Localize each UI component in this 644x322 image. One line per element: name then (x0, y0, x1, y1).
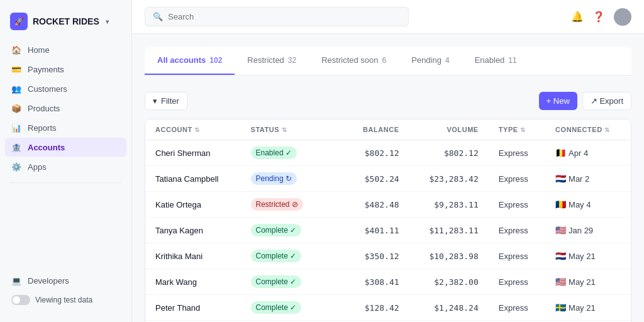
col-type[interactable]: TYPE ⇅ (489, 119, 545, 140)
cell-balance: $128.42 (345, 295, 409, 321)
sidebar-item-apps[interactable]: ⚙️ Apps (5, 157, 126, 176)
cell-account: Krithika Mani (145, 243, 241, 269)
new-button[interactable]: + New (539, 92, 577, 110)
brand-chevron-icon: ▾ (106, 18, 109, 25)
help-icon[interactable]: ❓ (592, 11, 605, 23)
cell-status: Complete ✓ (241, 269, 345, 295)
tab-restricted[interactable]: Restricted 32 (235, 47, 309, 75)
cell-status: Complete ✓ (241, 295, 345, 321)
cell-connected: 🇳🇱May 21 (545, 243, 631, 269)
table-row[interactable]: Cheri Sherman Enabled ✓ $802.12 $802.12 … (145, 140, 631, 166)
export-label: ↗ Export (591, 96, 623, 106)
table-row[interactable]: Peter Thand Complete ✓ $128.42 $1,248.24… (145, 295, 631, 321)
flag-icon: 🇧🇪 (555, 148, 566, 158)
col-volume: VOLUME (409, 119, 489, 140)
sidebar-item-label: Products (28, 104, 60, 113)
cell-connected: 🇳🇱Mar 2 (545, 166, 631, 192)
tab-count: 11 (508, 56, 516, 65)
sidebar-divider (10, 182, 121, 183)
app-container: 🚀 ROCKET RIDES ▾ 🏠 Home 💳 Payments 👥 Cus… (0, 0, 644, 322)
content-area: All accounts 102 Restricted 32 Restricte… (132, 34, 644, 322)
cell-connected: 🇷🇴May 4 (545, 192, 631, 218)
cell-balance: $401.11 (345, 218, 409, 243)
tab-label: All accounts (157, 55, 206, 65)
table-row[interactable]: Mark Wang Complete ✓ $308.41 $2,382.00 E… (145, 269, 631, 295)
search-input[interactable] (168, 12, 401, 21)
tab-label: Restricted soon (321, 55, 378, 65)
sidebar-item-home[interactable]: 🏠 Home (5, 40, 126, 59)
cell-status: Complete ✓ (241, 218, 345, 243)
cell-account: Mark Wang (145, 269, 241, 295)
table-body: Cheri Sherman Enabled ✓ $802.12 $802.12 … (145, 140, 631, 323)
sidebar-item-customers[interactable]: 👥 Customers (5, 79, 126, 98)
cell-volume: $802.12 (409, 140, 489, 166)
sidebar-item-payments[interactable]: 💳 Payments (5, 60, 126, 79)
col-connected[interactable]: CONNECTED ⇅ (545, 119, 631, 140)
table-row[interactable]: Tatiana Campbell Pending ↻ $502.24 $23,2… (145, 166, 631, 192)
sort-icon: ⇅ (282, 126, 287, 133)
cell-type: Express (489, 166, 545, 192)
sidebar: 🚀 ROCKET RIDES ▾ 🏠 Home 💳 Payments 👥 Cus… (0, 0, 132, 322)
sidebar-item-label: Developers (28, 276, 69, 286)
cell-connected: 🇺🇸May 21 (545, 269, 631, 295)
status-badge: Enabled ✓ (251, 147, 297, 159)
status-badge: Restricted ⊘ (251, 198, 303, 211)
table: ACCOUNT ⇅ STATUS ⇅ BALANCE V (145, 119, 631, 322)
filter-label: Filter (161, 96, 179, 106)
table-row[interactable]: Krithika Mani Complete ✓ $350.12 $10,283… (145, 243, 631, 269)
sidebar-item-reports[interactable]: 📊 Reports (5, 118, 126, 137)
cell-type: Express (489, 140, 545, 166)
cell-type: Express (489, 243, 545, 269)
export-button[interactable]: ↗ Export (582, 92, 631, 110)
cell-balance: $802.12 (345, 140, 409, 166)
tab-label: Pending (411, 55, 441, 65)
cell-type: Express (489, 295, 545, 321)
table-row[interactable]: Katie Ortega Restricted ⊘ $482.48 $9,283… (145, 192, 631, 218)
accounts-icon: 🏦 (11, 142, 21, 152)
toggle-switch[interactable] (11, 295, 30, 305)
col-account[interactable]: ACCOUNT ⇅ (145, 119, 241, 140)
brand[interactable]: 🚀 ROCKET RIDES ▾ (0, 8, 131, 40)
cell-account: Katie Ortega (145, 192, 241, 218)
cell-connected: 🇺🇸Jan 29 (545, 218, 631, 243)
col-balance: BALANCE (345, 119, 409, 140)
cell-volume: $9,283.11 (409, 192, 489, 218)
payments-icon: 💳 (11, 64, 21, 74)
tab-count: 102 (209, 56, 222, 65)
table-header: ACCOUNT ⇅ STATUS ⇅ BALANCE V (145, 119, 631, 140)
sidebar-item-label: Accounts (28, 143, 65, 152)
flag-icon: 🇷🇴 (555, 199, 566, 209)
cell-status: Enabled ✓ (241, 140, 345, 166)
new-label: + New (547, 96, 570, 106)
col-status[interactable]: STATUS ⇅ (241, 119, 345, 140)
notification-icon[interactable]: 🔔 (571, 11, 584, 23)
tab-pending[interactable]: Pending 4 (399, 47, 462, 75)
avatar[interactable] (614, 8, 631, 26)
tab-all-accounts[interactable]: All accounts 102 (145, 47, 235, 75)
topbar-actions: 🔔 ❓ (571, 8, 631, 26)
sidebar-item-accounts[interactable]: 🏦 Accounts (5, 138, 126, 157)
cell-status: Pending ↻ (241, 166, 345, 192)
apps-icon: ⚙️ (11, 162, 21, 172)
table-row[interactable]: Tanya Kagen Complete ✓ $401.11 $11,283.1… (145, 218, 631, 243)
cell-volume: $11,283.11 (409, 218, 489, 243)
cell-account: Cheri Sherman (145, 140, 241, 166)
sort-icon: ⇅ (194, 126, 200, 133)
flag-icon: 🇺🇸 (555, 225, 566, 235)
cell-volume: $1,248.24 (409, 295, 489, 321)
cell-balance: $350.12 (345, 243, 409, 269)
developers-icon: 💻 (11, 275, 21, 286)
reports-icon: 📊 (11, 123, 21, 133)
search-box[interactable]: 🔍 (145, 7, 409, 26)
tab-enabled[interactable]: Enabled 11 (462, 47, 530, 75)
filter-button[interactable]: ▾ Filter (145, 92, 187, 110)
tab-count: 32 (288, 56, 296, 65)
tab-restricted-soon[interactable]: Restricted soon 6 (309, 47, 399, 75)
sidebar-bottom: 💻 Developers Viewing test data (0, 266, 131, 314)
toolbar: ▾ Filter + New ↗ Export (145, 86, 631, 116)
sidebar-item-developers[interactable]: 💻 Developers (5, 271, 126, 290)
sidebar-item-products[interactable]: 📦 Products (5, 99, 126, 118)
cell-volume: $2,382.00 (409, 269, 489, 295)
sidebar-toggle-test-data[interactable]: Viewing test data (5, 291, 126, 309)
toolbar-right: + New ↗ Export (539, 92, 631, 110)
